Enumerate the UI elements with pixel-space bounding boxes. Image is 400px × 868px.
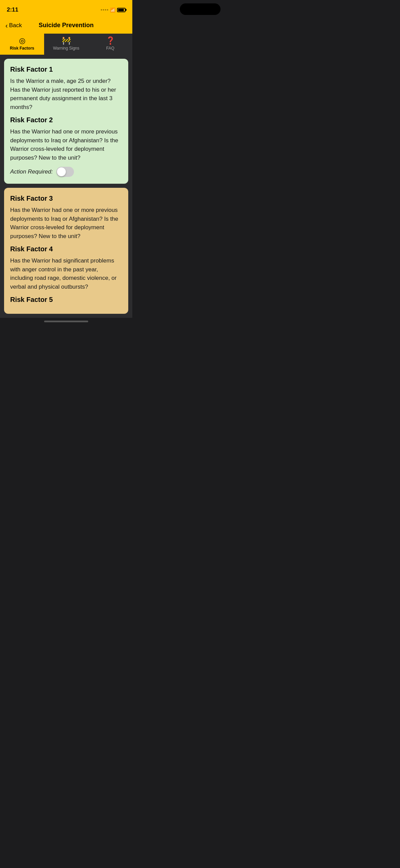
- risk-factor-1-title: Risk Factor 1: [10, 66, 122, 73]
- risk-factor-3-title: Risk Factor 3: [10, 195, 122, 202]
- warning-signs-icon: 🚧: [62, 37, 71, 44]
- tab-faq[interactable]: ❓ FAQ: [88, 34, 132, 55]
- action-required-toggle[interactable]: [56, 167, 74, 177]
- tab-risk-factors[interactable]: ◎ Risk Factors: [0, 34, 44, 55]
- signal-icon: [101, 9, 108, 11]
- risk-factor-3-text: Has the Warrior had one or more previous…: [10, 206, 122, 240]
- risk-factor-1-text: Is the Warrior a male, age 25 or under? …: [10, 77, 122, 111]
- tab-warning-signs[interactable]: 🚧 Warning Signs: [44, 34, 88, 55]
- risk-factors-icon: ◎: [19, 37, 25, 44]
- risk-factor-2-title: Risk Factor 2: [10, 116, 122, 124]
- home-indicator: [0, 318, 132, 328]
- tab-warning-signs-label: Warning Signs: [53, 46, 79, 51]
- risk-card-1: Risk Factor 1 Is the Warrior a male, age…: [4, 59, 128, 184]
- faq-icon: ❓: [106, 37, 115, 44]
- action-required-label: Action Required:: [10, 168, 53, 175]
- back-label: Back: [9, 22, 22, 29]
- status-bar: 2:11 📶: [0, 0, 132, 18]
- risk-card-2: Risk Factor 3 Has the Warrior had one or…: [4, 188, 128, 314]
- toggle-thumb: [57, 167, 66, 176]
- wifi-icon: 📶: [110, 7, 115, 13]
- back-button[interactable]: ‹ Back: [5, 22, 22, 29]
- battery-icon: [117, 8, 126, 12]
- status-time: 2:11: [7, 6, 18, 13]
- risk-factor-5-title: Risk Factor 5: [10, 296, 122, 304]
- content-area: Risk Factor 1 Is the Warrior a male, age…: [0, 55, 132, 318]
- action-required-row: Action Required:: [10, 167, 122, 177]
- tab-risk-factors-label: Risk Factors: [10, 46, 34, 51]
- status-icons: 📶: [101, 7, 126, 13]
- nav-bar: ‹ Back Suicide Prevention: [0, 18, 132, 34]
- page-title: Suicide Prevention: [39, 22, 94, 29]
- tab-faq-label: FAQ: [106, 46, 114, 51]
- risk-factor-2-text: Has the Warrior had one or more previous…: [10, 127, 122, 162]
- risk-factor-4-text: Has the Warrior had significant problems…: [10, 256, 122, 291]
- home-bar: [44, 321, 88, 322]
- risk-factor-4-title: Risk Factor 4: [10, 245, 122, 253]
- tab-bar: ◎ Risk Factors 🚧 Warning Signs ❓ FAQ: [0, 34, 132, 55]
- back-chevron-icon: ‹: [5, 22, 8, 29]
